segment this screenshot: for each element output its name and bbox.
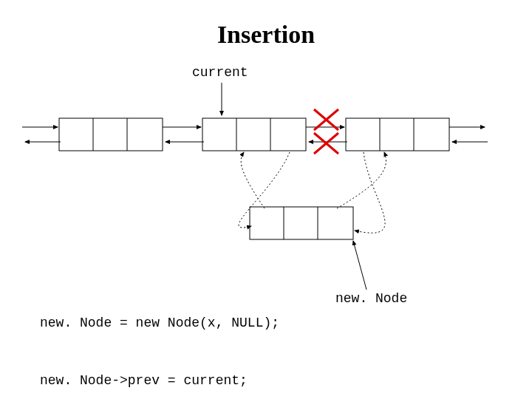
diagram-stage: Insertion current new. Node: [0, 0, 532, 399]
svg-rect-0: [59, 118, 163, 151]
svg-rect-3: [202, 118, 306, 151]
code-block: new. Node = new Node(x, NULL); new. Node…: [40, 275, 311, 399]
code-line-1: new. Node = new Node(x, NULL);: [40, 313, 311, 332]
code-line-2: new. Node->prev = current;: [40, 371, 311, 390]
current-node: [202, 118, 306, 151]
right-node: [346, 118, 449, 151]
cross-out-icon: [314, 109, 338, 154]
newnode-pointer-arrow: [353, 241, 366, 290]
svg-rect-6: [346, 118, 449, 151]
svg-rect-9: [250, 207, 353, 239]
left-node: [59, 118, 163, 151]
new-node: [250, 207, 353, 239]
